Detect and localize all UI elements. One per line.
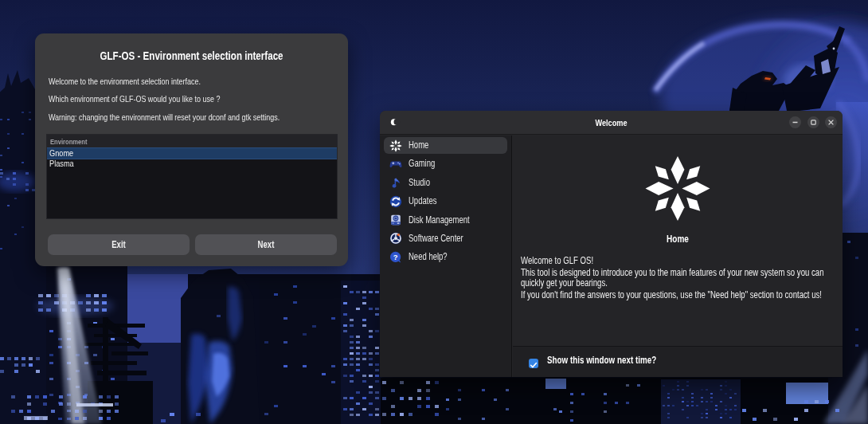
svg-text:?: ? <box>393 252 398 261</box>
